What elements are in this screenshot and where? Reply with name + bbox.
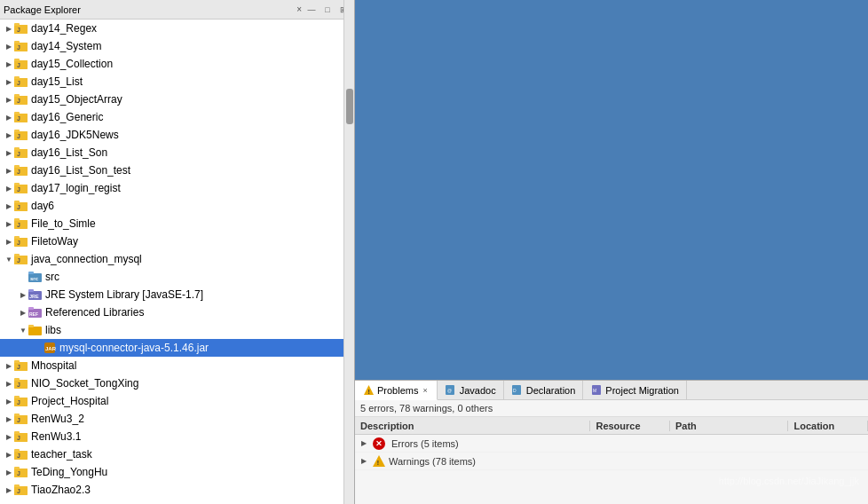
tree-arrow-java_connection_mysql[interactable] — [4, 254, 14, 264]
tree-label-day14_Regex: day14_Regex — [31, 22, 97, 35]
tree-item-FiletoWay[interactable]: J FiletoWay — [0, 232, 354, 250]
tree-arrow-File_to_Simle[interactable] — [4, 218, 14, 229]
problems-row-0[interactable]: ▶✕Errors (5 items) — [355, 435, 868, 453]
bottom-panel: !Problems×@JavadocDDeclarationMProject M… — [355, 380, 868, 504]
tree-item-day15_Collection[interactable]: J day15_Collection — [0, 55, 354, 73]
svg-text:J: J — [17, 257, 20, 264]
tree-item-RenWu3_2[interactable]: J RenWu3_2 — [0, 410, 354, 428]
tree-item-day14_System[interactable]: J day14_System — [0, 37, 354, 55]
tree-arrow-RenWu3.1[interactable] — [4, 431, 14, 442]
problems-row-1[interactable]: ▶!Warnings (78 items) — [355, 453, 868, 470]
tab-javadoc[interactable]: @Javadoc — [438, 381, 504, 400]
svg-text:J: J — [17, 151, 20, 157]
package-explorer-tree[interactable]: J day14_Regex J day14_System J day15_Col… — [0, 20, 354, 504]
tree-label-day15_List: day15_List — [31, 75, 83, 88]
tree-arrow-day15_ObjectArray[interactable] — [4, 94, 14, 105]
tree-arrow-TeDing_YongHu[interactable] — [4, 467, 14, 477]
tree-icon-day6: J — [14, 199, 28, 213]
tree-arrow-day15_Collection[interactable] — [4, 59, 14, 69]
svg-rect-63 — [28, 307, 34, 310]
col-header-location: Location — [788, 421, 868, 431]
tree-arrow-day6[interactable] — [4, 201, 14, 211]
tree-arrow-day14_Regex[interactable] — [4, 23, 14, 34]
tree-arrow-teacher_task[interactable] — [4, 449, 14, 460]
tab-problems[interactable]: !Problems× — [355, 381, 438, 400]
tree-label-mysql_jar: mysql-connector-java-5.1.46.jar — [59, 342, 209, 354]
tree-icon-java_connection_mysql: J — [14, 252, 28, 266]
tree-arrow-day14_System[interactable] — [4, 41, 14, 51]
tree-item-jre_system[interactable]: JRE JRE System Library [JavaSE-1.7] — [0, 286, 354, 303]
tree-item-day14_Regex[interactable]: J day14_Regex — [0, 20, 354, 37]
svg-text:J: J — [17, 204, 20, 210]
tree-item-day16_List_Son[interactable]: J day16_List_Son — [0, 144, 354, 161]
svg-text:JRE: JRE — [29, 294, 39, 299]
tree-arrow-day16_List_Son[interactable] — [4, 147, 14, 158]
tree-item-RenWu3.1[interactable]: J RenWu3.1 — [0, 428, 354, 445]
tree-arrow-day16_JDK5News[interactable] — [4, 130, 14, 140]
tree-item-day17_login_regist[interactable]: J day17_login_regist — [0, 179, 354, 197]
tab-close-problems[interactable]: × — [421, 386, 429, 395]
tree-label-day17_login_regist: day17_login_regist — [31, 182, 121, 194]
tree-arrow-day16_List_Son_test[interactable] — [4, 165, 14, 176]
svg-rect-65 — [28, 327, 42, 335]
tree-item-mysql_jar[interactable]: JAR mysql-connector-java-5.1.46.jar — [0, 339, 354, 357]
tab-declaration[interactable]: DDeclaration — [504, 381, 584, 400]
expand-arrow-0[interactable]: ▶ — [359, 438, 369, 449]
tree-icon-day14_Regex: J — [14, 21, 28, 35]
svg-text:J: J — [17, 27, 20, 33]
tree-item-day16_List_Son_test[interactable]: J day16_List_Son_test — [0, 161, 354, 179]
svg-text:J: J — [17, 133, 20, 139]
tree-icon-day16_Generic: J — [14, 110, 28, 124]
tree-item-TeDing_YongHu[interactable]: J TeDing_YongHu — [0, 463, 354, 481]
svg-text:J: J — [17, 44, 20, 51]
tree-arrow-ref_libs[interactable] — [18, 307, 28, 318]
tree-item-day16_JDK5News[interactable]: J day16_JDK5News — [0, 126, 354, 144]
tree-item-teacher_task[interactable]: J teacher_task — [0, 445, 354, 463]
panel-close-button[interactable]: × — [294, 4, 304, 14]
tab-label-problems: Problems — [377, 385, 418, 396]
tree-arrow-RenWu3_2[interactable] — [4, 413, 14, 424]
tab-icon-problems: ! — [362, 384, 375, 397]
tree-arrow-day17_login_regist[interactable] — [4, 183, 14, 193]
tree-item-NIO_Socket_TongXing[interactable]: J NIO_Socket_TongXing — [0, 374, 354, 392]
tree-icon-day16_List_Son: J — [14, 146, 28, 160]
tree-icon-Project_Hospital: J — [14, 394, 28, 408]
tree-item-day6[interactable]: J day6 — [0, 197, 354, 215]
tree-icon-day15_Collection: J — [14, 57, 28, 71]
resize-handle[interactable] — [343, 0, 354, 504]
tree-icon-RenWu3.1: J — [14, 429, 28, 444]
tab-project_migration[interactable]: MProject Migration — [583, 381, 687, 400]
minimize-icon[interactable]: — — [304, 3, 319, 17]
tree-item-src[interactable]: src src — [0, 268, 354, 286]
tree-arrow-Project_Hospital[interactable] — [4, 396, 14, 406]
svg-text:J: J — [17, 169, 20, 175]
tree-arrow-NIO_Socket_TongXing[interactable] — [4, 378, 14, 389]
tree-arrow-jre_system[interactable] — [18, 289, 28, 300]
svg-text:JAR: JAR — [45, 346, 57, 351]
tree-icon-day16_List_Son_test: J — [14, 163, 28, 177]
tree-item-day15_ObjectArray[interactable]: J day15_ObjectArray — [0, 91, 354, 108]
tree-arrow-day16_Generic[interactable] — [4, 112, 14, 122]
tree-item-day15_List[interactable]: J day15_List — [0, 73, 354, 91]
tree-item-Project_Hospital[interactable]: J Project_Hospital — [0, 392, 354, 410]
tree-icon-day17_login_regist: J — [14, 181, 28, 195]
expand-arrow-1[interactable]: ▶ — [359, 456, 369, 467]
tree-arrow-TiaoZhao2.3[interactable] — [4, 484, 14, 495]
tree-item-TiaoZhao2.3[interactable]: J TiaoZhao2.3 — [0, 481, 354, 499]
tree-item-ref_libs[interactable]: REF Referenced Libraries — [0, 303, 354, 321]
svg-text:J: J — [17, 240, 20, 246]
tree-arrow-FiletoWay[interactable] — [4, 236, 14, 247]
tree-item-Mhospital[interactable]: J Mhospital — [0, 357, 354, 374]
tree-label-libs: libs — [45, 324, 61, 336]
tree-arrow-Mhospital[interactable] — [4, 360, 14, 371]
tree-item-day16_Generic[interactable]: J day16_Generic — [0, 108, 354, 126]
tree-arrow-day15_List[interactable] — [4, 76, 14, 87]
maximize-icon[interactable]: □ — [320, 3, 335, 17]
tree-item-libs[interactable]: libs — [0, 321, 354, 339]
tree-label-day6: day6 — [31, 200, 54, 212]
tree-arrow-libs[interactable] — [18, 325, 28, 335]
tree-item-File_to_Simle[interactable]: J File_to_Simle — [0, 215, 354, 232]
tree-item-java_connection_mysql[interactable]: J java_connection_mysql — [0, 250, 354, 268]
status-text: 5 errors, 78 warnings, 0 others — [360, 403, 493, 413]
svg-text:J: J — [17, 417, 20, 423]
